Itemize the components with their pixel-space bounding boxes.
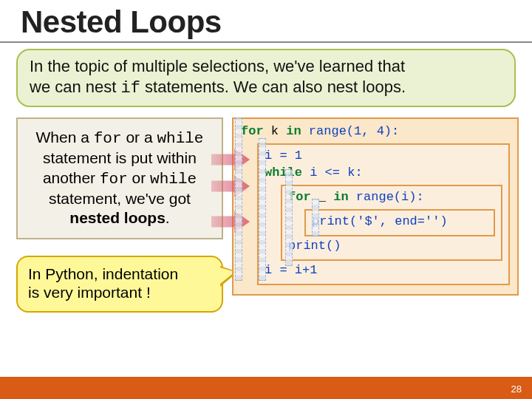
kw-in-inner: in: [333, 190, 348, 204]
intro-box: In the topic of multiple selections, we'…: [16, 49, 516, 107]
indent-guide: [285, 169, 293, 266]
var-k: k: [271, 124, 279, 138]
indentation-callout: In Python, indentation is very important…: [16, 256, 223, 312]
kw-in: in: [286, 124, 301, 138]
intro-line2b: statements. We can also nest loops.: [140, 78, 406, 96]
code-block-level1: i = 1 while i <= k: for _ in range(i): p…: [257, 143, 510, 285]
def-l2: statement is put within: [43, 149, 197, 166]
def-while2: while: [150, 171, 197, 188]
def-for1: for: [94, 130, 122, 147]
code-area: for k in range(1, 4): i = 1 while i <= k…: [232, 117, 519, 296]
code-block-outer: for k in range(1, 4): i = 1 while i <= k…: [232, 117, 519, 296]
page-number: 28: [511, 383, 522, 395]
kw-for: for: [241, 124, 264, 138]
indent-guide: [235, 117, 242, 281]
intro-line1: In the topic of multiple selections, we'…: [30, 57, 405, 75]
def-l3b: or: [128, 169, 150, 186]
def-l1a: When a: [36, 129, 94, 146]
def-l5: nested loops: [69, 209, 166, 226]
var-underscore: _: [318, 190, 326, 204]
print-empty: print(): [288, 239, 341, 253]
range-i: range(i):: [356, 190, 424, 204]
def-l1b: or a: [122, 129, 157, 146]
footer-bar: [0, 377, 532, 399]
definition-box: When a for or a while statement is put w…: [16, 117, 223, 239]
def-l4: statement, we've got: [49, 190, 191, 207]
intro-line2a: we can nest: [30, 78, 121, 96]
indent-guide: [259, 138, 266, 281]
callout-l1: In Python, indentation: [28, 265, 178, 282]
indent-guide: [312, 199, 319, 236]
callout-l2: is very important !: [28, 284, 151, 301]
def-l3a: another: [43, 169, 100, 186]
def-while1: while: [157, 130, 203, 147]
code-block-level3: print('$', end=''): [304, 209, 495, 236]
kw-while: while: [265, 166, 302, 180]
intro-if-code: if: [121, 79, 140, 98]
assign-i: i = 1: [265, 149, 302, 163]
print-dollar: print('$', end=''): [312, 214, 448, 228]
def-for2: for: [100, 171, 128, 188]
range-call: range(1, 4):: [301, 124, 400, 138]
page-title: Nested Loops: [0, 0, 532, 43]
while-cond: i <= k:: [310, 166, 362, 180]
